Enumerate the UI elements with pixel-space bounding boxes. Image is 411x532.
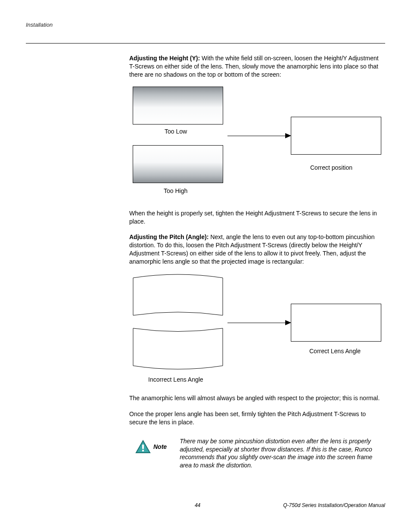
arrow-line (227, 136, 287, 136)
too-high-label: Too High (164, 187, 187, 194)
too-high-image (133, 145, 223, 183)
header-rule (26, 43, 385, 44)
note-block: Note There may be some pincushion distor… (129, 437, 381, 470)
svg-rect-0 (142, 445, 144, 449)
height-closing: When the height is properly set, tighten… (129, 209, 381, 226)
correct-angle-label: Correct Lens Angle (309, 348, 361, 355)
too-low-label: Too Low (165, 128, 187, 135)
correct-angle-image (291, 304, 381, 342)
pincushion-top-image (133, 274, 223, 316)
pitch-heading: Adjusting the Pitch (Angle): (129, 233, 210, 240)
too-low-image (133, 87, 223, 124)
svg-rect-1 (142, 450, 144, 451)
section-header: Installation (26, 22, 385, 28)
incorrect-angle-label: Incorrect Lens Angle (148, 376, 203, 383)
manual-title: Q-750d Series Installation/Operation Man… (283, 502, 385, 508)
page-number: 44 (112, 502, 283, 508)
height-heading: Adjusting the Height (Y): (129, 55, 202, 62)
correct-position-label: Correct position (310, 164, 352, 171)
pitch-closing-1: The anamorphic lens will almost always b… (129, 394, 381, 402)
arrow-head-icon-2 (285, 320, 291, 325)
main-content: Adjusting the Height (Y): With the white… (129, 54, 381, 470)
footer: 44 Q-750d Series Installation/Operation … (26, 502, 385, 508)
note-label: Note (153, 443, 167, 450)
height-diagram: Too Low Too High Correct position (129, 87, 381, 199)
pincushion-bottom-image (133, 328, 223, 370)
note-icon-wrap: Note (135, 440, 167, 454)
warning-triangle-icon (135, 440, 151, 454)
height-paragraph: Adjusting the Height (Y): With the white… (129, 54, 381, 79)
arrow-line-2 (227, 323, 287, 323)
note-text: There may be some pincushion distortion … (180, 437, 381, 470)
correct-position-image (291, 117, 381, 155)
pitch-closing-2: Once the proper lens angle has been set,… (129, 410, 381, 426)
arrow-head-icon (285, 133, 291, 138)
pitch-paragraph: Adjusting the Pitch (Angle): Next, angle… (129, 233, 381, 266)
pitch-diagram: Incorrect Lens Angle Correct Lens Angle (129, 274, 381, 386)
